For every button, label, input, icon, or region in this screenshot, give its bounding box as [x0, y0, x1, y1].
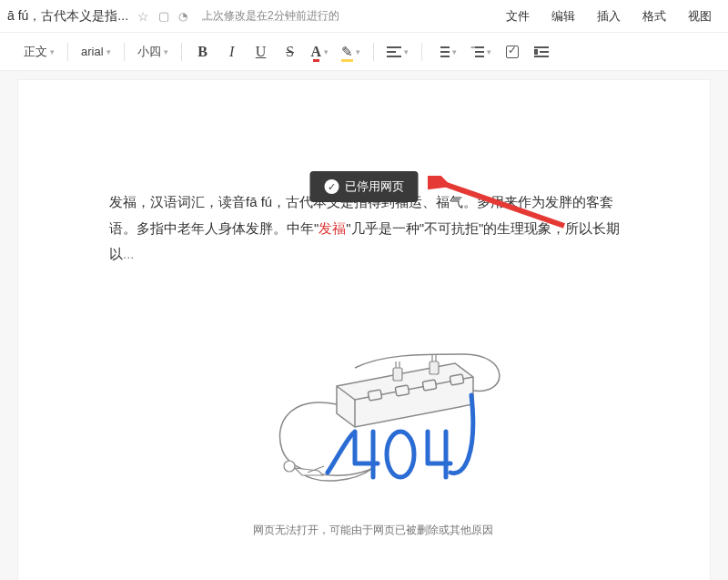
strikethrough-button[interactable]: S [277, 39, 304, 65]
toolbar-separator [373, 43, 374, 61]
menu-format[interactable]: 格式 [642, 8, 666, 25]
toast-message: 已停用网页 [345, 178, 404, 195]
error-message: 网页无法打开，可能由于网页已被删除或其他原因 [109, 523, 637, 538]
highlight-button[interactable]: ✎▾ [336, 39, 366, 65]
check-circle-icon: ✓ [325, 179, 339, 194]
svg-point-11 [284, 461, 295, 472]
font-family-dropdown[interactable]: arial▾ [76, 39, 116, 65]
text-color-button[interactable]: A▾ [306, 39, 335, 65]
title-actions: ☆ ▢ ◔ 上次修改是在2分钟前进行的 [137, 8, 339, 24]
checklist-button[interactable] [499, 39, 526, 65]
menu-view[interactable]: 视图 [688, 8, 712, 25]
toolbar-separator [421, 43, 422, 61]
align-button[interactable]: ▾ [381, 39, 414, 65]
svg-rect-3 [422, 379, 437, 390]
toolbar-separator [67, 43, 68, 61]
menu-bar: 文件 编辑 插入 格式 视图 [506, 8, 721, 25]
menu-insert[interactable]: 插入 [597, 8, 621, 25]
last-modified-text[interactable]: 上次修改是在2分钟前进行的 [202, 8, 339, 24]
editor-canvas: ✓ 已停用网页 发福，汉语词汇，读音fā fú，古代本义是指得到福运、福气。多用… [0, 71, 728, 580]
toolbar-separator [181, 43, 182, 61]
highlighted-term: 发福 [318, 220, 346, 236]
history-icon[interactable]: ◔ [178, 10, 187, 23]
bold-button[interactable]: B [189, 39, 217, 65]
star-icon[interactable]: ☆ [137, 9, 149, 24]
svg-rect-2 [395, 384, 410, 395]
document-page[interactable]: 发福，汉语词汇，读音fā fú，古代本义是指得到福运、福气。多用来作为发胖的客套… [18, 80, 710, 580]
paragraph-style-dropdown[interactable]: 正文▾ [18, 39, 60, 65]
bulleted-list-button[interactable]: ▾ [464, 39, 497, 65]
svg-point-13 [387, 432, 414, 477]
indent-button[interactable] [528, 39, 555, 65]
font-size-dropdown[interactable]: 小四▾ [132, 39, 174, 65]
numbered-list-button[interactable]: ▾ [430, 39, 462, 65]
svg-rect-4 [450, 373, 464, 384]
italic-button[interactable]: I [218, 39, 246, 65]
menu-edit[interactable]: 编辑 [551, 8, 575, 25]
svg-rect-5 [393, 368, 402, 381]
page-disabled-toast: ✓ 已停用网页 [310, 171, 419, 202]
document-title[interactable]: ā fú，古代本义是指... [7, 8, 128, 25]
menu-file[interactable]: 文件 [506, 8, 530, 25]
underline-button[interactable]: U [248, 39, 275, 65]
error-illustration [237, 331, 510, 495]
formatting-toolbar: 正文▾ arial▾ 小四▾ B I U S A▾ ✎▾ ▾ ▾ ▾ [0, 33, 728, 71]
svg-rect-8 [430, 361, 439, 374]
header-bar: ā fú，古代本义是指... ☆ ▢ ◔ 上次修改是在2分钟前进行的 文件 编辑… [0, 0, 728, 33]
move-icon[interactable]: ▢ [158, 9, 169, 23]
toolbar-separator [124, 43, 125, 61]
svg-rect-1 [368, 389, 382, 400]
